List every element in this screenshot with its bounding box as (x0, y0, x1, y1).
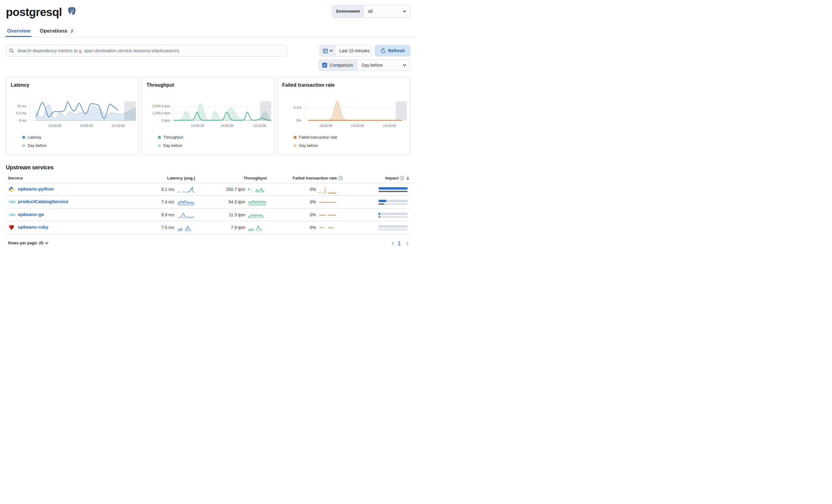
svg-text:?: ? (340, 177, 341, 180)
svg-text:14:10:00: 14:10:00 (253, 124, 266, 128)
svg-text:0%: 0% (296, 119, 301, 122)
svg-text:14:00:00: 14:00:00 (48, 124, 61, 128)
svg-text:14:05:00: 14:05:00 (220, 124, 234, 128)
svg-text:0 ms: 0 ms (19, 119, 26, 122)
svg-text:14:10:00: 14:10:00 (383, 124, 396, 128)
svg-text:14:00:00: 14:00:00 (319, 124, 333, 128)
svg-text:14:00:00: 14:00:00 (191, 124, 204, 128)
svg-text:1,000.0 tpm: 1,000.0 tpm (152, 111, 170, 115)
svg-text:14:10:00: 14:10:00 (112, 124, 125, 128)
svg-text:14:05:00: 14:05:00 (351, 124, 364, 128)
svg-text:2,000.0 tpm: 2,000.0 tpm (152, 104, 170, 108)
svg-text:10 ms: 10 ms (17, 104, 26, 108)
svg-text:?: ? (401, 177, 403, 180)
svg-text:GO: GO (10, 213, 16, 217)
svg-text:5.0 ms: 5.0 ms (16, 111, 26, 115)
svg-text:GO: GO (10, 200, 16, 204)
svg-text:0.1%: 0.1% (293, 106, 301, 109)
svg-text:0 tpm: 0 tpm (161, 119, 170, 122)
svg-text:14:05:00: 14:05:00 (80, 124, 93, 128)
